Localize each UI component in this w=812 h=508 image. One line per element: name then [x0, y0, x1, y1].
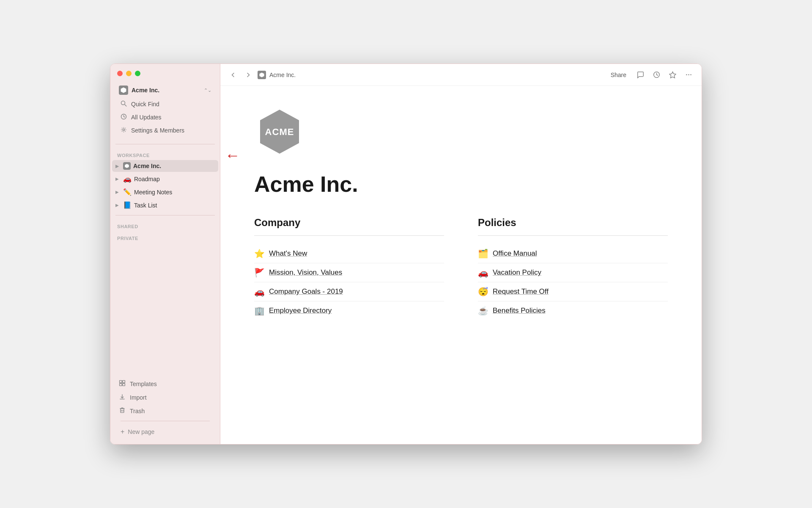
- policies-column: Policies 🗂️ Office Manual 🚗 Vacation Pol…: [478, 217, 668, 320]
- breadcrumb: Acme Inc.: [269, 72, 296, 78]
- tree-arrow-icon: ▶: [115, 203, 121, 207]
- link-request-time-off[interactable]: 😴 Request Time Off: [478, 282, 668, 301]
- forward-button[interactable]: [242, 69, 254, 81]
- sidebar-item-acme-inc[interactable]: ▶ Acme Inc.: [112, 160, 218, 172]
- back-button[interactable]: [227, 69, 239, 81]
- employee-directory-text: Employee Directory: [269, 306, 332, 315]
- svg-marker-5: [125, 164, 129, 168]
- clock-icon: [121, 113, 127, 121]
- company-goals-emoji: 🚗: [254, 287, 265, 297]
- link-vacation-policy[interactable]: 🚗 Vacation Policy: [478, 263, 668, 282]
- acme-inc-label: Acme Inc.: [133, 163, 161, 169]
- page-body: ACME Acme Inc. Company ⭐ What's New 🚩: [220, 86, 702, 444]
- shared-section-label: SHARED: [110, 219, 220, 231]
- divider: [115, 144, 215, 144]
- divider-2: [115, 215, 215, 215]
- workspace-icon: [119, 86, 128, 95]
- svg-marker-16: [669, 72, 675, 78]
- sidebar-item-meeting-notes[interactable]: ▶ ✏️ Meeting Notes: [112, 186, 218, 198]
- svg-rect-8: [120, 384, 122, 386]
- svg-rect-6: [120, 381, 122, 383]
- sidebar-top: Acme Inc. ⌃⌄ Quick Find All Update: [110, 80, 220, 141]
- maximize-button[interactable]: [135, 71, 140, 76]
- minimize-button[interactable]: [126, 71, 132, 76]
- vacation-policy-text: Vacation Policy: [493, 268, 541, 277]
- sidebar-item-settings[interactable]: Settings & Members: [117, 124, 213, 137]
- policies-column-title: Policies: [478, 217, 668, 229]
- page-logo: ACME: [254, 106, 668, 159]
- sidebar-item-quick-find[interactable]: Quick Find: [117, 98, 213, 110]
- app-window: Acme Inc. ⌃⌄ Quick Find All Update: [110, 64, 702, 444]
- titlebar-actions: Share: [606, 69, 695, 81]
- close-button[interactable]: [117, 71, 123, 76]
- link-whats-new[interactable]: ⭐ What's New: [254, 244, 444, 263]
- svg-point-1: [121, 101, 125, 105]
- employee-directory-emoji: 🏢: [254, 306, 265, 316]
- whats-new-emoji: ⭐: [254, 248, 265, 259]
- svg-text:ACME: ACME: [265, 127, 294, 137]
- link-mission[interactable]: 🚩 Mission, Vision, Values: [254, 263, 444, 282]
- workspace-section-label: WORKSPACE: [110, 148, 220, 160]
- share-button[interactable]: Share: [606, 69, 631, 80]
- sidebar-item-trash[interactable]: Trash: [115, 404, 215, 417]
- benefits-policies-text: Benefits Policies: [493, 306, 546, 315]
- link-benefits-policies[interactable]: ☕ Benefits Policies: [478, 301, 668, 320]
- plus-icon: +: [121, 428, 124, 436]
- link-company-goals[interactable]: 🚗 Company Goals - 2019: [254, 282, 444, 301]
- policies-divider: [478, 235, 668, 236]
- quick-find-label: Quick Find: [131, 101, 159, 108]
- traffic-lights: [110, 64, 220, 80]
- sidebar-item-templates[interactable]: Templates: [115, 377, 215, 390]
- sidebar-item-task-list[interactable]: ▶ 📘 Task List: [112, 199, 218, 211]
- workspace-title[interactable]: Acme Inc. ⌃⌄: [115, 83, 215, 97]
- svg-rect-11: [121, 409, 124, 413]
- page-title: Acme Inc.: [254, 172, 668, 196]
- sidebar-item-import[interactable]: Import: [115, 391, 215, 404]
- svg-line-2: [125, 105, 127, 107]
- link-office-manual[interactable]: 🗂️ Office Manual: [478, 244, 668, 263]
- office-manual-text: Office Manual: [493, 249, 537, 258]
- roadmap-label: Roadmap: [134, 176, 160, 182]
- svg-marker-14: [259, 72, 264, 77]
- breadcrumb-icon: [258, 71, 266, 79]
- import-label: Import: [130, 394, 147, 401]
- svg-rect-7: [123, 381, 125, 383]
- meeting-notes-emoji: ✏️: [123, 188, 132, 196]
- mission-emoji: 🚩: [254, 268, 265, 278]
- comment-button[interactable]: [634, 69, 647, 81]
- svg-rect-9: [123, 384, 125, 386]
- tree-arrow-icon: ▶: [115, 164, 121, 168]
- mission-text: Mission, Vision, Values: [269, 268, 342, 277]
- task-list-emoji: 📘: [123, 201, 132, 209]
- divider-3: [121, 421, 210, 421]
- link-employee-directory[interactable]: 🏢 Employee Directory: [254, 301, 444, 320]
- main-content: Acme Inc. Share: [220, 64, 702, 444]
- new-page-button[interactable]: + New page: [117, 425, 213, 439]
- whats-new-text: What's New: [269, 249, 307, 258]
- left-arrow-icon: ←: [225, 146, 240, 164]
- trash-label: Trash: [130, 408, 145, 414]
- star-button[interactable]: [666, 69, 679, 81]
- svg-point-17: [686, 74, 687, 75]
- all-updates-label: All Updates: [131, 114, 162, 121]
- sidebar: Acme Inc. ⌃⌄ Quick Find All Update: [110, 64, 220, 444]
- more-button[interactable]: [682, 69, 695, 81]
- history-button[interactable]: [650, 69, 663, 81]
- search-icon: [121, 100, 127, 108]
- gear-icon: [121, 127, 127, 134]
- tree-arrow-icon: ▶: [115, 190, 121, 194]
- request-time-off-text: Request Time Off: [493, 287, 549, 296]
- templates-label: Templates: [130, 381, 157, 387]
- import-icon: [119, 393, 126, 401]
- new-page-label: New page: [128, 428, 154, 435]
- office-manual-emoji: 🗂️: [478, 248, 488, 259]
- svg-point-19: [690, 74, 691, 75]
- sidebar-item-all-updates[interactable]: All Updates: [117, 111, 213, 124]
- svg-point-4: [123, 129, 125, 131]
- company-column: Company ⭐ What's New 🚩 Mission, Vision, …: [254, 217, 444, 320]
- arrow-indicator: ←: [225, 146, 240, 164]
- benefits-policies-emoji: ☕: [478, 306, 488, 316]
- company-goals-text: Company Goals - 2019: [269, 287, 343, 296]
- sidebar-item-roadmap[interactable]: ▶ 🚗 Roadmap: [112, 173, 218, 185]
- acme-logo-small: [123, 162, 131, 170]
